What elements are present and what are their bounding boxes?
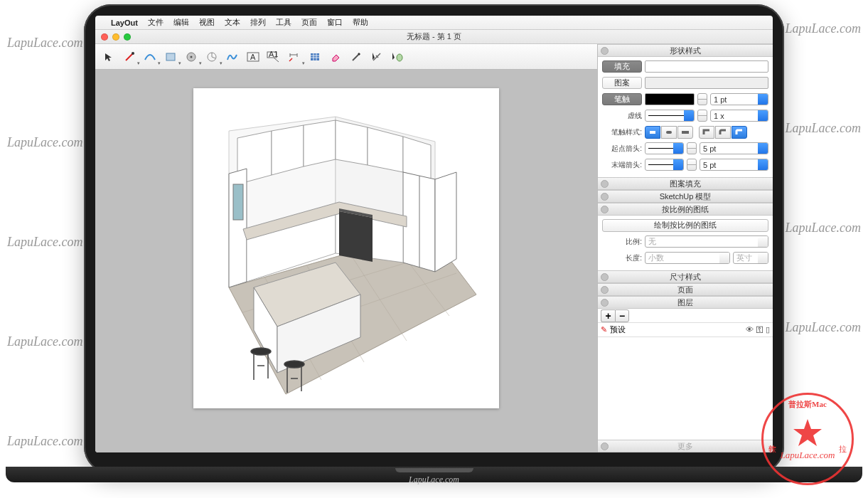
- cap-buttons: [645, 126, 693, 139]
- cap-flat-icon[interactable]: [645, 126, 660, 139]
- arc-tool-icon[interactable]: [141, 48, 159, 66]
- remove-layer-button[interactable]: −: [615, 309, 629, 322]
- line-tool-icon[interactable]: [120, 48, 139, 66]
- pattern-fill-header[interactable]: 图案填充: [598, 177, 773, 190]
- mac-menubar: LayOut 文件 编辑 视图 文本 排列 工具 页面 窗口 帮助: [95, 16, 773, 30]
- length-label: 长度:: [602, 253, 642, 263]
- svg-marker-15: [272, 125, 304, 175]
- pencil-icon: ✎: [601, 325, 607, 334]
- more-footer: 更多: [598, 440, 773, 452]
- cap-square-icon[interactable]: [677, 126, 693, 139]
- lock-icon[interactable]: ⚿: [756, 325, 763, 334]
- wm: LapuLace.com: [786, 21, 862, 36]
- svg-marker-17: [336, 120, 368, 165]
- add-layer-button[interactable]: +: [601, 309, 615, 322]
- join-buttons: [699, 126, 747, 139]
- stroke-toggle[interactable]: 笔触: [602, 93, 642, 105]
- dash-stepper[interactable]: [697, 110, 707, 122]
- svg-marker-38: [793, 419, 822, 446]
- menu-file[interactable]: 文件: [148, 17, 164, 28]
- menu-window[interactable]: 窗口: [327, 17, 343, 28]
- polygon-tool-icon[interactable]: [203, 48, 221, 66]
- ratio-label: 比例:: [602, 237, 642, 247]
- length-unit-select[interactable]: 英寸⇅: [733, 252, 768, 264]
- visibility-icon[interactable]: 👁: [746, 325, 754, 334]
- fill-toggle[interactable]: 填充: [602, 60, 642, 73]
- rectangle-tool-icon[interactable]: [161, 48, 180, 66]
- close-button[interactable]: [101, 33, 108, 41]
- base-watermark: LapuLace.com: [409, 475, 459, 485]
- text-tool-icon[interactable]: A: [244, 48, 262, 66]
- pages-header[interactable]: 页面: [598, 283, 773, 296]
- svg-point-10: [397, 54, 402, 61]
- dash-select[interactable]: ▾: [645, 110, 695, 122]
- stroke-swatch[interactable]: [645, 93, 695, 105]
- layers-header[interactable]: 图层: [598, 296, 773, 309]
- wm: LapuLace.com: [7, 36, 83, 51]
- svg-marker-21: [435, 172, 456, 272]
- make-scaled-button[interactable]: 绘制按比例的图纸: [602, 219, 768, 232]
- menu-help[interactable]: 帮助: [353, 17, 368, 28]
- shape-style-header[interactable]: 形状样式: [598, 44, 773, 57]
- circle-tool-icon[interactable]: [182, 48, 200, 66]
- ratio-select[interactable]: 无⇅: [645, 235, 768, 248]
- pattern-toggle[interactable]: 图案: [602, 77, 642, 89]
- page-icon[interactable]: ▯: [766, 325, 770, 334]
- select-tool-icon[interactable]: [100, 48, 118, 66]
- pattern-swatch[interactable]: [645, 77, 768, 89]
- menu-arrange[interactable]: 排列: [250, 17, 266, 28]
- canvas-viewport[interactable]: [95, 70, 597, 452]
- dim-style-header[interactable]: 尺寸样式: [598, 270, 773, 283]
- svg-rect-37: [682, 131, 689, 134]
- menu-tools[interactable]: 工具: [276, 17, 291, 28]
- menu-view[interactable]: 视图: [199, 17, 215, 28]
- wm: LapuLace.com: [786, 121, 862, 136]
- length-type-select[interactable]: 小数⇅: [645, 252, 730, 264]
- zoom-button[interactable]: [124, 33, 131, 41]
- menu-app[interactable]: LayOut: [111, 18, 138, 27]
- svg-rect-24: [233, 184, 243, 220]
- dimension-tool-icon[interactable]: [285, 48, 304, 66]
- end-arrow-stepper[interactable]: [687, 159, 697, 171]
- cap-round-icon[interactable]: [661, 126, 677, 139]
- scaled-drawing-header[interactable]: 按比例的图纸: [598, 203, 773, 216]
- start-arrow-size-select[interactable]: 5 pt▾: [700, 142, 768, 154]
- eraser-tool-icon[interactable]: [326, 48, 345, 66]
- dash-scale-select[interactable]: 1 x▾: [710, 110, 768, 122]
- start-arrow-stepper[interactable]: [687, 142, 697, 154]
- stroke-width-select[interactable]: 1 pt▾: [710, 93, 768, 105]
- freehand-tool-icon[interactable]: [223, 48, 242, 66]
- start-arrow-select[interactable]: ▾: [645, 142, 684, 154]
- end-arrow-select[interactable]: ▾: [645, 159, 684, 171]
- color-stepper[interactable]: [697, 93, 707, 105]
- wm: LapuLace.com: [786, 320, 862, 335]
- fill-swatch[interactable]: [645, 60, 768, 73]
- minimize-button[interactable]: [112, 33, 119, 41]
- svg-rect-36: [666, 131, 672, 134]
- style-tool-icon[interactable]: [347, 48, 365, 66]
- inspector: 形状样式 填充 图案 笔触 1 pt▾ 虚线 ▾ 1 x▾ 笔触样式:: [597, 44, 773, 452]
- label-tool-icon[interactable]: A1: [264, 48, 283, 66]
- menu-page[interactable]: 页面: [301, 17, 317, 28]
- menu-edit[interactable]: 编辑: [173, 17, 189, 28]
- stroke-style-label: 笔触样式:: [602, 127, 642, 137]
- join-round-icon[interactable]: [715, 126, 731, 139]
- layer-name: 预设: [610, 324, 626, 335]
- svg-rect-1: [166, 53, 175, 60]
- wm: LapuLace.com: [7, 235, 83, 250]
- screen: LayOut 文件 编辑 视图 文本 排列 工具 页面 窗口 帮助 无标题 - …: [95, 16, 773, 452]
- split-tool-icon[interactable]: [368, 48, 386, 66]
- join-bevel-icon[interactable]: [732, 126, 747, 139]
- table-tool-icon[interactable]: [306, 48, 324, 66]
- svg-marker-28: [339, 211, 373, 262]
- wm: LapuLace.com: [7, 434, 83, 449]
- end-arrow-size-select[interactable]: 5 pt▾: [700, 159, 768, 171]
- svg-text:A: A: [250, 53, 256, 61]
- document-page[interactable]: [193, 88, 499, 408]
- join-tool-icon[interactable]: [388, 48, 407, 66]
- layer-row[interactable]: ✎ 预设 👁 ⚿ ▯: [598, 323, 773, 337]
- menu-text[interactable]: 文本: [225, 17, 240, 28]
- join-miter-icon[interactable]: [699, 126, 714, 139]
- sketchup-model-header[interactable]: SketchUp 模型: [598, 190, 773, 203]
- laptop-frame: LayOut 文件 编辑 视图 文本 排列 工具 页面 窗口 帮助 无标题 - …: [84, 4, 784, 474]
